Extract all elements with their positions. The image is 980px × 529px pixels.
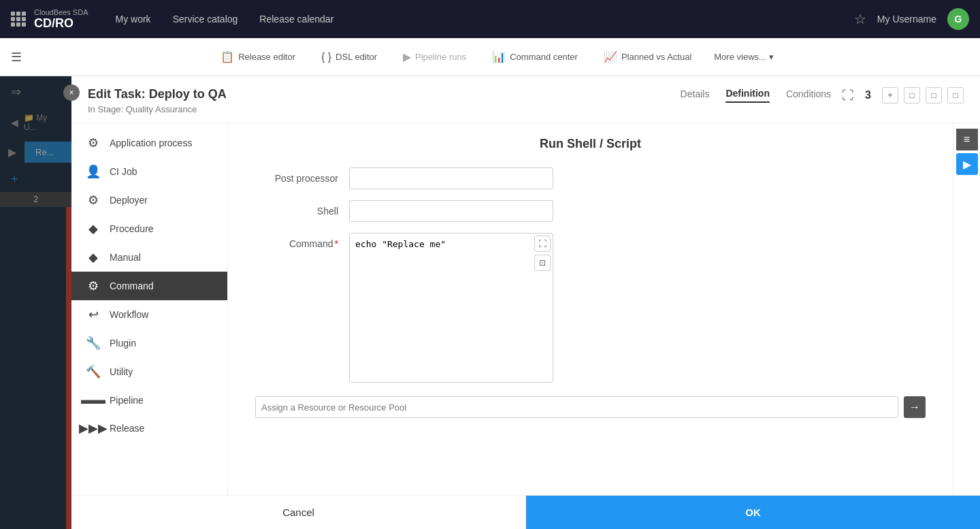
main-area: ⇒ ◀ 📁 My U... ▶ Re... + 2 × xyxy=(0,76,980,529)
task-type-ci-job[interactable]: 👤 CI Job xyxy=(71,157,227,186)
tab-conditions[interactable]: Conditions xyxy=(786,89,831,102)
resource-input[interactable] xyxy=(255,396,898,418)
modal-footer: Cancel OK xyxy=(71,495,980,529)
navbar-right: ☆ My Username G xyxy=(854,8,969,30)
more-views-label: More views... xyxy=(714,52,766,62)
dsl-editor-icon: { } xyxy=(321,51,331,63)
avatar[interactable]: G xyxy=(947,8,969,30)
brand-top: CloudBees SDA xyxy=(34,8,88,16)
release-editor-icon: 📋 xyxy=(220,50,234,63)
command-textarea-wrapper: echo "Replace me" ⛶ ⊡ xyxy=(349,233,553,385)
sidebar-toggle-icon[interactable]: ☰ xyxy=(11,50,22,65)
manual-icon: ◆ xyxy=(85,250,101,265)
close-icon: × xyxy=(69,88,74,97)
post-processor-row: Post processor xyxy=(250,167,931,189)
command-input[interactable]: echo "Replace me" xyxy=(349,233,553,383)
action-box3-icon[interactable]: □ xyxy=(947,87,964,103)
textarea-icons: ⛶ ⊡ xyxy=(534,236,551,271)
ci-job-icon: 👤 xyxy=(85,164,101,179)
tab-planned-actual-label: Planned vs Actual xyxy=(621,52,691,62)
shell-label: Shell xyxy=(250,200,338,217)
post-processor-label: Post processor xyxy=(250,167,338,184)
modal-subtitle: In Stage: Quality Assurance xyxy=(88,104,681,114)
task-type-pipeline[interactable]: ▬▬ Pipeline xyxy=(71,386,227,414)
shell-row: Shell xyxy=(250,200,931,222)
modal-header: × Edit Task: Deploy to QA In Stage: Qual… xyxy=(71,76,980,123)
action-box2-icon[interactable]: □ xyxy=(926,87,942,103)
modal-counter: 3 xyxy=(865,89,871,101)
task-type-workflow[interactable]: ↩ Workflow xyxy=(71,300,227,329)
planned-actual-icon: 📈 xyxy=(604,50,617,63)
task-type-sidebar: ⚙ Application process 👤 CI Job ⚙ Deploye… xyxy=(71,123,228,495)
deployer-label: Deployer xyxy=(110,195,148,206)
tab-pipeline-runs[interactable]: ▶ Pipeline runs xyxy=(391,44,478,69)
deployer-icon: ⚙ xyxy=(85,193,101,208)
ci-job-label: CI Job xyxy=(110,166,137,177)
tab-command-center[interactable]: 📊 Command center xyxy=(480,44,589,69)
insert-variable-icon[interactable]: ⊡ xyxy=(534,255,551,271)
tab-definition[interactable]: Definition xyxy=(725,88,770,103)
task-type-procedure[interactable]: ◆ Procedure xyxy=(71,214,227,243)
modal-title: Edit Task: Deploy to QA xyxy=(88,87,681,101)
nav-my-work[interactable]: My work xyxy=(116,14,151,25)
pipeline-icon: ▬▬ xyxy=(85,393,101,407)
tab-details[interactable]: Details xyxy=(681,89,710,102)
tab-dsl-editor-label: DSL editor xyxy=(336,52,377,62)
expand-textarea-icon[interactable]: ⛶ xyxy=(534,236,551,252)
expand-modal-icon[interactable]: ⛶ xyxy=(842,89,854,103)
play-panel-icon[interactable]: ▶ xyxy=(956,153,978,175)
list-panel-icon[interactable]: ≡ xyxy=(956,129,978,150)
more-views-dropdown[interactable]: More views... ▾ xyxy=(706,46,782,67)
brand-bottom: CD/RO xyxy=(34,16,88,31)
edit-task-modal: × Edit Task: Deploy to QA In Stage: Qual… xyxy=(71,76,980,529)
utility-label: Utility xyxy=(110,366,133,377)
plugin-icon: 🔧 xyxy=(85,336,101,351)
tab-release-editor[interactable]: 📋 Release editor xyxy=(209,44,307,69)
app-brand: CloudBees SDA CD/RO xyxy=(34,8,88,31)
task-type-command[interactable]: ⚙ Command xyxy=(71,272,227,300)
ok-button[interactable]: OK xyxy=(526,496,980,529)
command-label: Command xyxy=(110,280,154,291)
app-grid-button[interactable] xyxy=(11,12,26,27)
workflow-label: Workflow xyxy=(110,309,148,320)
command-row: Command echo "Replace me" ⛶ ⊡ xyxy=(250,233,931,385)
action-box1-icon[interactable]: □ xyxy=(904,87,920,103)
navbar-nav: My work Service catalog Release calendar xyxy=(116,14,854,25)
favorite-icon[interactable]: ☆ xyxy=(854,11,866,27)
task-type-plugin[interactable]: 🔧 Plugin xyxy=(71,329,227,357)
pipeline-runs-icon: ▶ xyxy=(403,50,411,63)
tab-planned-vs-actual[interactable]: 📈 Planned vs Actual xyxy=(592,44,703,69)
shell-input[interactable] xyxy=(349,200,553,222)
modal-action-icons: + □ □ □ xyxy=(882,87,964,103)
pipeline-label: Pipeline xyxy=(110,395,144,406)
post-processor-input[interactable] xyxy=(349,167,553,189)
tab-dsl-editor[interactable]: { } DSL editor xyxy=(310,45,389,69)
task-type-manual[interactable]: ◆ Manual xyxy=(71,243,227,272)
plugin-label: Plugin xyxy=(110,338,136,349)
utility-icon: 🔨 xyxy=(85,364,101,379)
task-type-deployer[interactable]: ⚙ Deployer xyxy=(71,186,227,214)
task-type-utility[interactable]: 🔨 Utility xyxy=(71,357,227,386)
cancel-button[interactable]: Cancel xyxy=(71,496,526,529)
release-label: Release xyxy=(110,423,144,434)
procedure-label: Procedure xyxy=(110,223,154,234)
nav-service-catalog[interactable]: Service catalog xyxy=(173,14,238,25)
tab-release-editor-label: Release editor xyxy=(238,52,295,62)
modal-header-right: Details Definition Conditions ⛶ 3 + □ □ … xyxy=(681,87,964,103)
resource-row: → xyxy=(250,396,931,418)
right-panel: ≡ ▶ xyxy=(953,123,980,495)
task-content: Run Shell / Script Post processor Shell … xyxy=(228,123,953,495)
application-process-label: Application process xyxy=(110,138,192,148)
command-center-icon: 📊 xyxy=(492,50,506,63)
release-icon: ▶▶▶ xyxy=(85,421,101,436)
task-type-release[interactable]: ▶▶▶ Release xyxy=(71,414,227,443)
action-plus-icon[interactable]: + xyxy=(882,87,898,103)
toolbar-tabs: 📋 Release editor { } DSL editor ▶ Pipeli… xyxy=(22,44,969,69)
manual-label: Manual xyxy=(110,252,141,263)
modal-tabs: Details Definition Conditions xyxy=(681,88,832,103)
top-navbar: CloudBees SDA CD/RO My work Service cata… xyxy=(0,0,980,38)
task-type-application-process[interactable]: ⚙ Application process xyxy=(71,129,227,157)
resource-assign-button[interactable]: → xyxy=(904,396,926,418)
modal-close-button[interactable]: × xyxy=(63,84,80,101)
nav-release-calendar[interactable]: Release calendar xyxy=(259,14,333,25)
